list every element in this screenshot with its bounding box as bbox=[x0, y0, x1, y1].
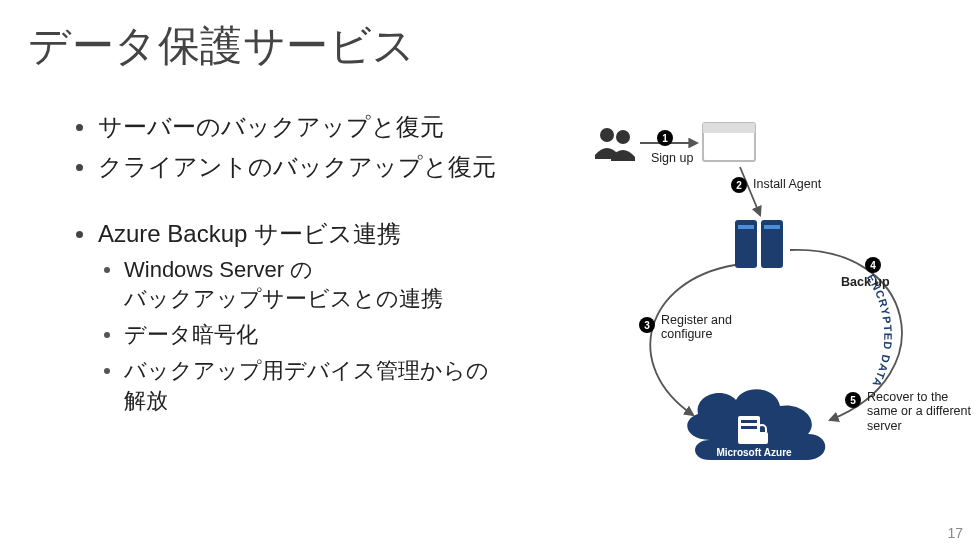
bullet-text: Azure Backup サービス連携 bbox=[98, 220, 401, 247]
sub-bullet-list: Windows Server の バックアップサービスとの連携 データ暗号化 バ… bbox=[98, 255, 590, 415]
svg-text:5: 5 bbox=[850, 395, 856, 406]
svg-rect-6 bbox=[703, 123, 755, 133]
svg-text:1: 1 bbox=[662, 133, 668, 144]
step5-label: Recover to the same or a different serve… bbox=[867, 390, 971, 433]
step4-label: Back up bbox=[841, 275, 890, 289]
process-diagram: 1 2 3 4 bbox=[585, 115, 979, 495]
svg-rect-12 bbox=[738, 225, 754, 229]
slide: データ保護サービス サーバーのバックアップと復元 クライアントのバックアップと復… bbox=[0, 0, 979, 551]
content-body: サーバーのバックアップと復元 クライアントのバックアップと復元 Azure Ba… bbox=[70, 110, 590, 421]
slide-title: データ保護サービス bbox=[28, 18, 416, 74]
bullet-item: クライアントのバックアップと復元 bbox=[70, 150, 590, 184]
svg-rect-23 bbox=[741, 426, 757, 429]
cloud-label: Microsoft Azure bbox=[716, 447, 792, 458]
spacer bbox=[70, 189, 590, 217]
browser-icon bbox=[703, 123, 755, 161]
page-number: 17 bbox=[947, 525, 963, 541]
step3-label: Register and configure bbox=[661, 313, 732, 342]
bullet-list: サーバーのバックアップと復元 クライアントのバックアップと復元 bbox=[70, 110, 590, 183]
svg-text:2: 2 bbox=[736, 180, 742, 191]
bullet-item: Azure Backup サービス連携 Windows Server の バック… bbox=[70, 217, 590, 415]
svg-rect-22 bbox=[741, 420, 757, 423]
bullet-item: サーバーのバックアップと復元 bbox=[70, 110, 590, 144]
bullet-list: Azure Backup サービス連携 Windows Server の バック… bbox=[70, 217, 590, 415]
svg-text:3: 3 bbox=[644, 320, 650, 331]
sub-bullet-item: バックアップ用デバイス管理からの 解放 bbox=[98, 356, 590, 415]
users-icon bbox=[595, 128, 635, 161]
svg-point-1 bbox=[616, 130, 630, 144]
diagram-svg: 1 2 3 4 bbox=[585, 115, 979, 495]
svg-rect-13 bbox=[764, 225, 780, 229]
svg-text:4: 4 bbox=[870, 260, 876, 271]
sub-bullet-item: データ暗号化 bbox=[98, 320, 590, 350]
cloud-icon: Microsoft Azure bbox=[687, 389, 825, 460]
svg-point-0 bbox=[600, 128, 614, 142]
step2-label: Install Agent bbox=[753, 177, 821, 191]
step1-label: Sign up bbox=[651, 151, 693, 165]
sub-bullet-item: Windows Server の バックアップサービスとの連携 bbox=[98, 255, 590, 314]
servers-icon bbox=[735, 220, 783, 268]
svg-rect-24 bbox=[756, 432, 768, 444]
